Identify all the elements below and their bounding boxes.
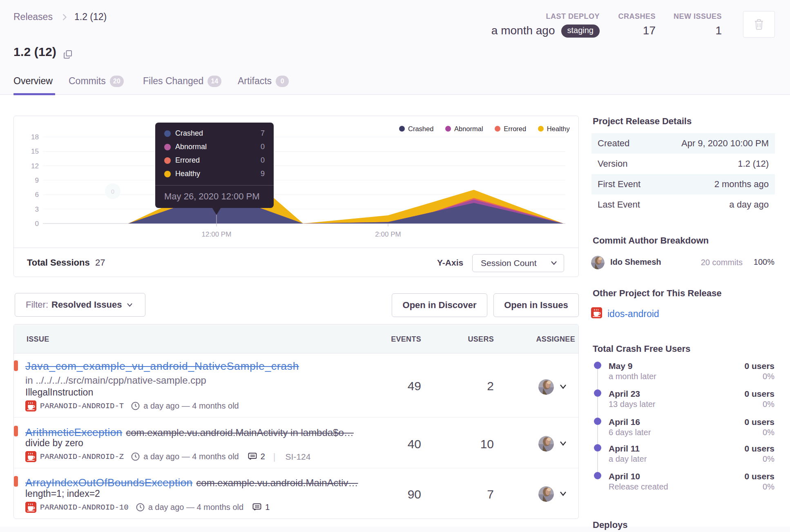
- svg-text:0: 0: [111, 188, 114, 195]
